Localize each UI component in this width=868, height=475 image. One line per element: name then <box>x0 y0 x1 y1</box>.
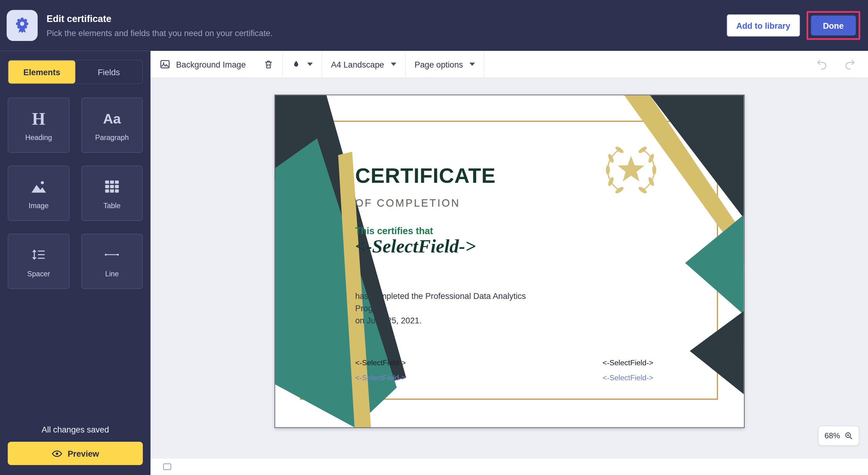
chevron-down-icon <box>470 63 475 66</box>
fill-color-icon <box>291 59 301 69</box>
eye-icon <box>52 449 63 457</box>
element-tile-paragraph[interactable]: Aa Paragraph <box>81 97 143 153</box>
footer-left-select-field[interactable]: <-SelectField-> <box>355 359 406 367</box>
heading-icon: H <box>32 108 45 128</box>
page-size-dropdown[interactable]: A4 Landscape <box>322 51 406 77</box>
annotation-highlight: Done <box>806 11 860 40</box>
tab-elements[interactable]: Elements <box>8 60 75 84</box>
element-tile-line[interactable]: Line <box>81 233 143 289</box>
certificate-subtitle[interactable]: OF COMPLETION <box>355 197 460 210</box>
footer-right-select-field[interactable]: <-SelectField-> <box>603 359 653 367</box>
delete-background-button[interactable] <box>255 51 283 77</box>
tile-label: Paragraph <box>95 134 129 142</box>
laurel-wreath-icon <box>600 142 661 200</box>
header-bar: Edit certificate Pick the elements and f… <box>0 0 868 51</box>
certificate-body-text[interactable]: has completed the Professional Data Anal… <box>355 290 554 327</box>
spacer-icon <box>31 245 46 265</box>
header-actions: Add to library Done <box>727 11 860 40</box>
background-image-icon <box>159 59 170 70</box>
add-to-library-button[interactable]: Add to library <box>727 14 800 36</box>
chevron-down-icon <box>391 63 396 66</box>
element-tile-spacer[interactable]: Spacer <box>8 233 69 289</box>
save-status-text: All changes saved <box>8 424 143 434</box>
body-split: Elements Fields H Heading Aa Paragraph <box>0 51 868 475</box>
pages-strip <box>151 458 868 475</box>
canvas-toolbar: Background Image A4 Landscape <box>151 51 868 78</box>
element-tile-table[interactable]: Table <box>81 166 143 221</box>
tile-label: Spacer <box>27 270 50 278</box>
table-icon <box>105 177 119 196</box>
page-thumbnail-icon[interactable] <box>163 463 172 470</box>
element-tile-image[interactable]: Image <box>8 166 69 221</box>
name-select-field[interactable]: <-SelectField-> <box>355 236 476 257</box>
tile-label: Line <box>105 270 119 278</box>
app-badge <box>7 10 38 41</box>
undo-icon[interactable] <box>816 58 828 70</box>
background-image-button[interactable]: Background Image <box>151 51 255 77</box>
body-line-2: on June 25, 2021. <box>355 315 554 327</box>
elements-grid: H Heading Aa Paragraph Image <box>8 97 143 289</box>
image-icon <box>30 177 47 196</box>
zoom-control[interactable]: 68% <box>818 426 859 446</box>
fill-color-dropdown[interactable] <box>283 51 322 77</box>
done-button[interactable]: Done <box>811 15 856 35</box>
certificate-editor-app: Edit certificate Pick the elements and f… <box>0 0 868 475</box>
certifies-label[interactable]: This certifies that <box>355 226 433 237</box>
footer-left-select-field-secondary[interactable]: <-SelectField-> <box>355 374 406 382</box>
tab-fields[interactable]: Fields <box>75 60 142 84</box>
certificate-page[interactable]: CERTIFICATE OF COMPLETION This certifies… <box>274 95 744 428</box>
sidebar-tabs: Elements Fields <box>8 60 143 84</box>
page-options-label: Page options <box>414 60 463 69</box>
page-title: Edit certificate <box>46 13 273 25</box>
history-controls <box>816 51 868 77</box>
zoom-in-icon <box>844 431 853 440</box>
chevron-down-icon <box>307 63 313 66</box>
page-subtitle: Pick the elements and fields that you ne… <box>46 28 273 37</box>
award-icon <box>14 17 30 34</box>
element-tile-heading[interactable]: H Heading <box>8 97 69 153</box>
screenshot-stage: Edit certificate Pick the elements and f… <box>0 0 868 475</box>
body-line-1: has completed the Professional Data Anal… <box>355 290 554 315</box>
certificate-title[interactable]: CERTIFICATE <box>355 164 496 188</box>
page-options-dropdown[interactable]: Page options <box>406 51 485 77</box>
tile-label: Heading <box>25 134 52 142</box>
trash-icon <box>264 59 274 70</box>
line-icon <box>104 245 120 265</box>
background-image-label: Background Image <box>176 60 246 69</box>
tile-label: Image <box>29 201 49 210</box>
preview-button-label: Preview <box>67 449 99 458</box>
redo-icon[interactable] <box>843 58 856 70</box>
preview-button[interactable]: Preview <box>8 442 143 465</box>
tile-label: Table <box>103 201 120 210</box>
sidebar: Elements Fields H Heading Aa Paragraph <box>0 51 151 475</box>
page-size-label: A4 Landscape <box>331 60 384 69</box>
footer-right-select-field-secondary[interactable]: <-SelectField-> <box>603 374 653 382</box>
footer-field-left[interactable]: <-SelectField-> <-SelectField-> <box>355 359 406 382</box>
paragraph-icon: Aa <box>103 108 121 128</box>
footer-field-right[interactable]: <-SelectField-> <-SelectField-> <box>603 359 653 382</box>
design-canvas: CERTIFICATE OF COMPLETION This certifies… <box>151 78 868 457</box>
main-area: Background Image A4 Landscape <box>151 51 868 475</box>
zoom-level: 68% <box>825 431 840 440</box>
header-text: Edit certificate Pick the elements and f… <box>46 13 273 37</box>
